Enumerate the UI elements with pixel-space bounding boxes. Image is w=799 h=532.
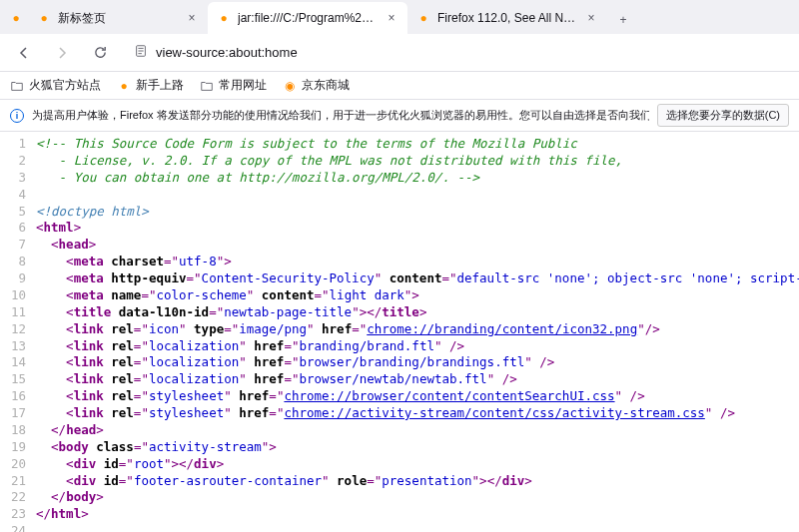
- line-code[interactable]: <head>: [36, 237, 799, 254]
- bookmark-3[interactable]: ◉京东商城: [283, 77, 350, 94]
- line-code[interactable]: </html>: [36, 506, 799, 523]
- source-line: 12 <link rel="icon" type="image/png" hre…: [0, 321, 799, 338]
- info-icon: i: [10, 109, 24, 123]
- line-code[interactable]: <div id="root"></div>: [36, 456, 799, 473]
- bookmark-2[interactable]: 常用网址: [200, 77, 267, 94]
- source-line: 6<html>: [0, 220, 799, 237]
- bookmark-0[interactable]: 火狐官方站点: [10, 77, 101, 94]
- source-line: 4: [0, 187, 799, 204]
- source-line: 14 <link rel="localization" href="browse…: [0, 354, 799, 371]
- line-number: 3: [0, 170, 36, 187]
- new-tab-button[interactable]: +: [609, 6, 637, 34]
- folder-icon: [200, 79, 214, 93]
- line-number: 8: [0, 254, 36, 270]
- line-number: 17: [0, 405, 36, 422]
- line-code[interactable]: <!doctype html>: [36, 204, 799, 221]
- line-code[interactable]: </body>: [36, 489, 799, 506]
- line-number: 4: [0, 187, 36, 204]
- source-line: 20 <div id="root"></div>: [0, 456, 799, 473]
- source-line: 10 <meta name="color-scheme" content="li…: [0, 287, 799, 304]
- line-code[interactable]: [36, 187, 799, 204]
- close-icon[interactable]: ×: [184, 10, 200, 26]
- source-line: 3 - You can obtain one at http://mozilla…: [0, 170, 799, 187]
- source-line: 2 - License, v. 2.0. If a copy of the MP…: [0, 153, 799, 170]
- line-number: 13: [0, 338, 36, 355]
- source-line: 24: [0, 523, 799, 532]
- firefox-icon: ●: [36, 10, 52, 26]
- close-icon[interactable]: ×: [384, 10, 400, 26]
- line-code[interactable]: <div id="footer-asrouter-container" role…: [36, 473, 799, 490]
- firefox-icon: ●: [415, 10, 431, 26]
- source-line: 21 <div id="footer-asrouter-container" r…: [0, 473, 799, 490]
- line-number: 6: [0, 220, 36, 237]
- source-line: 22 </body>: [0, 489, 799, 506]
- info-choose-button[interactable]: 选择您要分享的数据(C): [657, 104, 789, 127]
- line-number: 9: [0, 270, 36, 287]
- info-message: 为提高用户体验，Firefox 将发送部分功能的使用情况给我们，用于进一步优化火…: [32, 108, 649, 123]
- line-code[interactable]: </head>: [36, 422, 799, 439]
- line-number: 15: [0, 371, 36, 388]
- tab-bar: ● ●新标签页×●jar:file:///C:/Program%20Files/…: [0, 0, 799, 34]
- source-line: 11 <title data-l10n-id="newtab-page-titl…: [0, 304, 799, 321]
- bookmark-label: 京东商城: [302, 77, 350, 94]
- line-code[interactable]: - You can obtain one at http://mozilla.o…: [36, 170, 799, 187]
- bookmarks-bar: 火狐官方站点●新手上路常用网址◉京东商城: [0, 72, 799, 100]
- line-code[interactable]: <meta http-equiv="Content-Security-Polic…: [36, 270, 799, 287]
- line-number: 18: [0, 422, 36, 439]
- line-code[interactable]: <!-- This Source Code Form is subject to…: [36, 136, 799, 153]
- reload-button[interactable]: [86, 39, 114, 67]
- source-line: 23</html>: [0, 506, 799, 523]
- source-view[interactable]: 1<!-- This Source Code Form is subject t…: [0, 132, 799, 532]
- line-code[interactable]: <link rel="localization" href="browser/b…: [36, 354, 799, 371]
- line-code[interactable]: <html>: [36, 220, 799, 237]
- close-icon[interactable]: ×: [583, 10, 599, 26]
- jd-icon: ◉: [283, 79, 297, 93]
- source-line: 18 </head>: [0, 422, 799, 439]
- back-button[interactable]: [10, 39, 38, 67]
- line-number: 22: [0, 489, 36, 506]
- tab-title: Firefox 112.0, See All New Fea: [437, 11, 577, 25]
- line-number: 19: [0, 439, 36, 456]
- bookmark-label: 新手上路: [136, 77, 184, 94]
- line-code[interactable]: - License, v. 2.0. If a copy of the MPL …: [36, 153, 799, 170]
- line-code[interactable]: <link rel="stylesheet" href="chrome://br…: [36, 388, 799, 405]
- line-code[interactable]: <meta name="color-scheme" content="light…: [36, 287, 799, 304]
- firefox-icon: ●: [117, 79, 131, 93]
- forward-button[interactable]: [48, 39, 76, 67]
- line-number: 14: [0, 354, 36, 371]
- line-number: 10: [0, 287, 36, 304]
- line-number: 12: [0, 321, 36, 338]
- tab-1[interactable]: ●jar:file:///C:/Program%20Files/M×: [208, 2, 407, 34]
- firefox-icon: ●: [216, 10, 232, 26]
- line-number: 21: [0, 473, 36, 490]
- line-code[interactable]: <link rel="stylesheet" href="chrome://ac…: [36, 405, 799, 422]
- source-line: 7 <head>: [0, 237, 799, 254]
- line-number: 16: [0, 388, 36, 405]
- source-line: 1<!-- This Source Code Form is subject t…: [0, 136, 799, 153]
- bookmark-1[interactable]: ●新手上路: [117, 77, 184, 94]
- line-code[interactable]: <link rel="localization" href="branding/…: [36, 338, 799, 355]
- tab-title: 新标签页: [58, 10, 178, 27]
- url-bar[interactable]: view-source:about:home: [124, 38, 789, 68]
- source-line: 19 <body class="activity-stream">: [0, 439, 799, 456]
- line-code[interactable]: <link rel="localization" href="browser/n…: [36, 371, 799, 388]
- source-line: 5<!doctype html>: [0, 204, 799, 221]
- line-code[interactable]: [36, 523, 799, 532]
- firefox-icon: ●: [4, 2, 28, 34]
- bookmark-label: 常用网址: [219, 77, 267, 94]
- line-code[interactable]: <title data-l10n-id="newtab-page-title">…: [36, 304, 799, 321]
- source-line: 8 <meta charset="utf-8">: [0, 254, 799, 270]
- source-line: 9 <meta http-equiv="Content-Security-Pol…: [0, 270, 799, 287]
- line-code[interactable]: <meta charset="utf-8">: [36, 254, 799, 270]
- tab-0[interactable]: ●新标签页×: [28, 2, 208, 34]
- line-code[interactable]: <link rel="icon" type="image/png" href="…: [36, 321, 799, 338]
- page-icon: [134, 44, 148, 61]
- line-number: 5: [0, 204, 36, 221]
- line-code[interactable]: <body class="activity-stream">: [36, 439, 799, 456]
- line-number: 1: [0, 136, 36, 153]
- line-number: 20: [0, 456, 36, 473]
- source-line: 17 <link rel="stylesheet" href="chrome:/…: [0, 405, 799, 422]
- tab-2[interactable]: ●Firefox 112.0, See All New Fea×: [407, 2, 607, 34]
- tab-title: jar:file:///C:/Program%20Files/M: [238, 11, 378, 25]
- info-bar: i 为提高用户体验，Firefox 将发送部分功能的使用情况给我们，用于进一步优…: [0, 100, 799, 132]
